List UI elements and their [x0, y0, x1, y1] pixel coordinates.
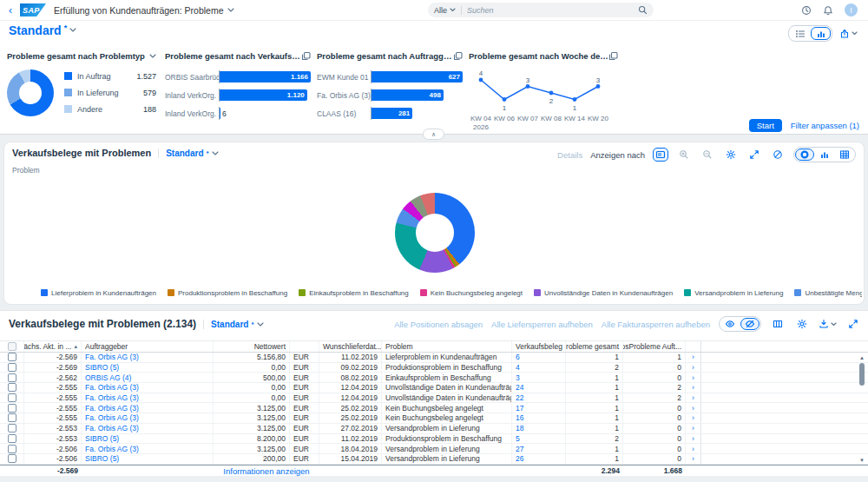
cell-verkaufsbeleg-link[interactable]: 16 [512, 413, 566, 423]
page-variant-selector[interactable]: Standard* [9, 23, 76, 37]
column-header-verkaufsbeleg[interactable]: Verkaufsbeleg↕ [512, 341, 566, 352]
show-details-button[interactable] [720, 318, 740, 330]
legend-toggle-button[interactable] [653, 148, 668, 162]
cell-verkaufsbeleg-link[interactable]: 17 [512, 403, 566, 413]
clock-icon[interactable] [801, 5, 812, 16]
overlay-icon[interactable] [301, 51, 311, 61]
show-information-link[interactable]: Informationen anzeigen [214, 466, 319, 476]
row-checkbox[interactable] [8, 424, 16, 432]
legend-item[interactable]: Produktionsproblem in Beschaffung [168, 289, 287, 297]
column-header-auftraggeber[interactable]: Auftraggeber [82, 341, 214, 352]
row-navigation-chevron[interactable]: › [686, 393, 701, 403]
overlay-icon[interactable] [608, 51, 618, 61]
table-settings-button[interactable] [794, 317, 810, 331]
cell-auftraggeber-link[interactable]: Fa. Orbis AG (3) [82, 393, 214, 403]
scroll-up-icon[interactable]: ▲ [859, 354, 865, 361]
bar-segment[interactable] [220, 108, 220, 119]
row-checkbox[interactable] [8, 413, 16, 422]
cell-verkaufsbeleg-link[interactable]: 3 [512, 373, 566, 382]
table-type-button[interactable] [835, 149, 854, 161]
table-variant-selector[interactable]: Standard* [203, 320, 263, 329]
avatar[interactable]: I [845, 3, 858, 17]
cell-auftraggeber-link[interactable]: SIBRO (5) [82, 434, 214, 444]
export-menu[interactable] [819, 319, 837, 329]
cell-verkaufsbeleg-link[interactable]: 26 [512, 454, 566, 464]
card-problemtyp[interactable]: Probleme gesamt nach Problemtyp In Auftr… [7, 50, 156, 125]
cell-auftraggeber-link[interactable]: Fa. Orbis AG (3) [82, 413, 214, 423]
table-fullscreen-button[interactable] [845, 317, 861, 331]
row-checkbox[interactable] [8, 434, 16, 443]
cell-auftraggeber-link[interactable]: Fa. Orbis AG (3) [82, 383, 214, 393]
cell-auftraggeber-link[interactable]: Fa. Orbis AG (3) [82, 444, 214, 453]
row-navigation-chevron[interactable]: › [686, 353, 701, 362]
row-checkbox[interactable] [8, 373, 16, 382]
cell-auftraggeber-link[interactable]: Fa. Orbis AG (3) [82, 424, 214, 433]
bar-segment[interactable]: 627 [372, 71, 463, 83]
row-navigation-chevron[interactable]: › [686, 373, 701, 382]
cell-auftraggeber-link[interactable]: ORBIS AG (4) [82, 373, 214, 382]
vertical-scrollbar[interactable]: ▲ ▼ [858, 354, 865, 464]
cell-verkaufsbeleg-link[interactable]: 24 [512, 383, 566, 393]
fullscreen-button[interactable] [746, 148, 762, 162]
card-auftraggeber[interactable]: Probleme gesamt nach Auftraggeber EWM Ku… [317, 50, 463, 125]
donut-chart-type-button[interactable] [795, 149, 814, 161]
scroll-down-icon[interactable]: ▼ [859, 457, 865, 464]
cell-auftraggeber-link[interactable]: Fa. Orbis AG (3) [82, 353, 214, 362]
card-verkaufsorganisation[interactable]: Probleme gesamt nach Verkaufsorganis... … [165, 50, 311, 125]
row-checkbox[interactable] [8, 353, 16, 361]
row-checkbox[interactable] [8, 383, 16, 392]
row-navigation-chevron[interactable]: › [686, 383, 701, 393]
legend-item[interactable]: Unvollständige Daten in Kundenaufträgen [534, 289, 673, 297]
remove-delivery-blocks-link[interactable]: Alle Liefersperren aufheben [491, 320, 593, 329]
card-woche[interactable]: Probleme gesamt nach Woche des Wun... 41… [469, 50, 618, 125]
cell-verkaufsbeleg-link[interactable]: 18 [512, 424, 566, 433]
problems-donut-chart[interactable] [395, 193, 475, 273]
remove-billing-blocks-link[interactable]: Alle Fakturasperren aufheben [602, 320, 710, 329]
search-scope-select[interactable]: Alle [434, 6, 456, 15]
legend-item[interactable]: Einkaufsproblem in Beschaffung [299, 289, 409, 297]
row-navigation-chevron[interactable]: › [686, 434, 701, 444]
app-title-menu[interactable]: Erfüllung von Kundenaufträgen: Probleme [54, 5, 234, 16]
row-checkbox[interactable] [8, 404, 16, 413]
zoom-in-button[interactable] [676, 148, 692, 162]
column-header-wunschlieferdatum[interactable]: Wunschlieferdat... [319, 341, 382, 352]
row-checkbox[interactable] [8, 445, 16, 453]
bar-segment[interactable]: 1.166 [220, 71, 311, 83]
woche-line-chart[interactable]: 413213 [469, 68, 618, 115]
filter-fields-button[interactable] [790, 27, 810, 40]
cell-auftraggeber-link[interactable]: Fa. Orbis AG (3) [82, 403, 214, 413]
bar-chart-type-button[interactable] [815, 149, 834, 161]
chart-variant-selector[interactable]: Standard* [158, 149, 218, 158]
columns-button[interactable] [770, 317, 786, 331]
search-input[interactable]: Suchen [467, 6, 633, 15]
overlay-icon[interactable] [453, 51, 463, 61]
back-button[interactable]: ‹ [9, 5, 12, 16]
legend-item[interactable]: Versandproblem in Lieferung [684, 289, 783, 297]
share-menu[interactable] [839, 29, 858, 39]
cell-auftraggeber-link[interactable]: SIBRO (5) [82, 454, 214, 464]
column-header-problem[interactable]: Problem [382, 341, 512, 352]
column-header-nettowert[interactable]: Nettowert [214, 341, 290, 352]
scrollbar-thumb[interactable] [859, 363, 865, 386]
cancel-all-items-link[interactable]: Alle Positionen absagen [394, 320, 483, 329]
problemtyp-donut-chart[interactable] [7, 69, 54, 116]
row-navigation-chevron[interactable]: › [686, 413, 701, 423]
bar-segment[interactable]: 281 [372, 108, 412, 119]
row-navigation-chevron[interactable]: › [686, 444, 701, 453]
adapt-filters-link[interactable]: Filter anpassen (1) [791, 121, 859, 130]
exclude-button[interactable] [770, 148, 786, 162]
column-header-probleme-gesamt[interactable]: Probleme gesamt [566, 341, 623, 352]
search-icon[interactable] [638, 5, 648, 15]
cell-auftraggeber-link[interactable]: SIBRO (5) [82, 363, 214, 373]
cell-verkaufsbeleg-link[interactable]: 5 [512, 434, 566, 444]
chart-view-button[interactable] [811, 27, 831, 40]
chart-settings-button[interactable] [723, 148, 739, 162]
column-header-naechste-aktion[interactable]: Nächs. Akt. in ...▴ [24, 341, 82, 352]
bar-segment[interactable]: 1.120 [220, 89, 307, 101]
legend-item[interactable]: Kein Buchungsbeleg angelegt [420, 289, 523, 297]
cell-verkaufsbeleg-link[interactable]: 4 [512, 363, 566, 373]
cell-verkaufsbeleg-link[interactable]: 22 [512, 393, 566, 403]
row-navigation-chevron[interactable]: › [686, 454, 701, 464]
row-navigation-chevron[interactable]: › [686, 424, 701, 433]
row-navigation-chevron[interactable]: › [686, 403, 701, 413]
